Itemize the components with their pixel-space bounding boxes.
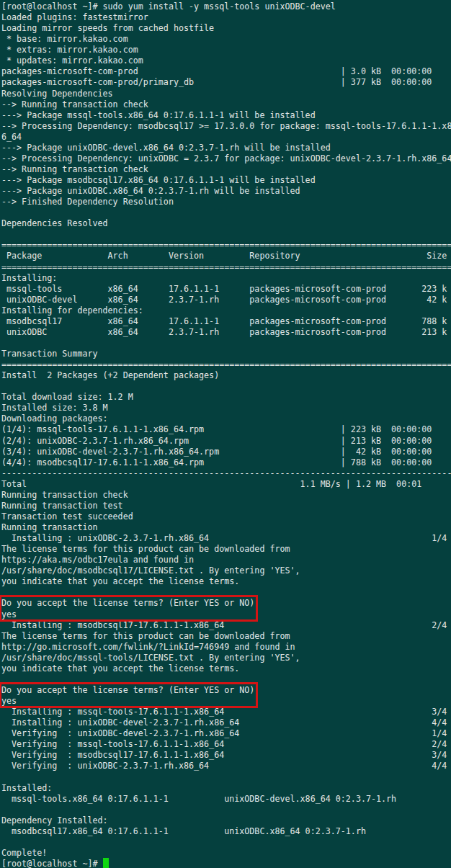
terminal-cursor — [103, 858, 109, 868]
terminal-output[interactable]: [root@localhost ~]# sudo yum install -y … — [0, 0, 451, 868]
terminal-window[interactable]: [root@localhost ~]# sudo yum install -y … — [0, 0, 451, 868]
